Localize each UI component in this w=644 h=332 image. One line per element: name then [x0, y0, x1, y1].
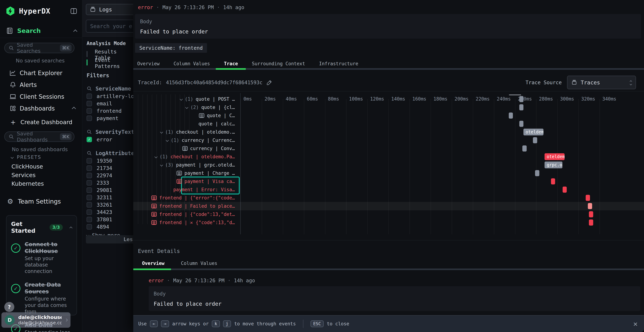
- span-bar[interactable]: [562, 186, 567, 193]
- span-tree-cell[interactable]: (1)quote | POST …: [133, 95, 235, 103]
- trace-span-row[interactable]: frontend | ✕ {"code":13,"d…: [133, 218, 644, 227]
- span-bar[interactable]: [519, 121, 524, 127]
- trace-span-row[interactable]: frontend | {"error":{"code…: [133, 194, 644, 202]
- filter-checkbox[interactable]: [86, 188, 92, 193]
- span-bar[interactable]: [551, 178, 555, 184]
- sidebar-item-client-sessions[interactable]: Client Sessions: [0, 92, 82, 101]
- trace-span-row[interactable]: (1)currency | Currenc…: [133, 136, 644, 144]
- span-tree-cell[interactable]: (1)checkout | oteldemo.Pa…: [133, 152, 235, 161]
- trace-span-row[interactable]: currency | Conv…: [133, 144, 644, 152]
- span-tree-cell[interactable]: quote | C…: [133, 112, 235, 120]
- span-tree-cell[interactable]: frontend | {"code":13,"det…: [133, 210, 235, 218]
- span-tree-cell[interactable]: frontend | Failed to place…: [133, 202, 235, 210]
- ed-tab-column-values[interactable]: Column Values: [181, 260, 217, 267]
- chevron-down-icon[interactable]: [160, 130, 163, 134]
- chevron-down-icon[interactable]: [180, 98, 183, 101]
- filter-item[interactable]: 33261: [86, 201, 133, 208]
- pencil-icon[interactable]: [266, 80, 272, 86]
- filter-checkbox[interactable]: [86, 195, 92, 200]
- span-tree-cell[interactable]: (1)currency | Currenc…: [133, 136, 235, 144]
- chevron-down-icon[interactable]: [185, 106, 188, 109]
- span-bar[interactable]: [535, 170, 539, 176]
- get-started-item[interactable]: ✓ Create Data Sources Configure where yo…: [11, 282, 72, 315]
- trace-source-select[interactable]: Traces: [567, 76, 636, 89]
- filter-item[interactable]: artillery-loa: [86, 92, 133, 100]
- sidebar-item-kubernetes[interactable]: Kubernetes: [12, 180, 44, 187]
- trace-span-row[interactable]: payment | Charge …: [133, 169, 644, 177]
- close-icon[interactable]: ✕: [633, 319, 638, 329]
- search-icon[interactable]: [86, 129, 92, 134]
- help-button[interactable]: ?: [4, 302, 14, 312]
- trace-span-row[interactable]: frontend | Failed to place…: [133, 202, 644, 210]
- filter-checkbox[interactable]: [86, 210, 92, 215]
- tab-trace[interactable]: Trace: [224, 60, 238, 67]
- trace-span-row[interactable]: frontend | {"code":13,"det…: [133, 210, 644, 218]
- span-bar[interactable]: [519, 96, 524, 102]
- filter-checkbox[interactable]: ✓: [86, 137, 92, 142]
- span-bar[interactable]: [533, 137, 537, 143]
- span-bar[interactable]: [589, 211, 593, 217]
- tab-infrastructure[interactable]: Infrastructure: [319, 60, 358, 67]
- chevron-down-icon[interactable]: [160, 164, 163, 166]
- chevron-down-icon[interactable]: [166, 139, 169, 142]
- tab-surrounding-context[interactable]: Surrounding Context: [252, 60, 305, 67]
- collapse-sidebar-icon[interactable]: [70, 7, 78, 15]
- filter-item[interactable]: 29081: [86, 186, 133, 194]
- filter-item[interactable]: 22974: [86, 172, 133, 179]
- span-bar[interactable]: [586, 195, 590, 201]
- span-tree-cell[interactable]: quote | calc…: [133, 120, 235, 128]
- trace-span-row[interactable]: (3)payment | grpc.oteld…grpc.o: [133, 161, 644, 169]
- sidebar-item-clickhouse[interactable]: ClickHouse: [12, 163, 43, 170]
- filter-item[interactable]: 37801: [86, 216, 133, 223]
- span-tree-cell[interactable]: payment | Charge …: [133, 169, 235, 177]
- tab-column-values[interactable]: Column Values: [174, 60, 210, 67]
- event-search-input[interactable]: Search your e: [86, 20, 133, 32]
- analysis-mode-event-patterns[interactable]: Event Patterns: [86, 59, 133, 67]
- sidebar-item-search[interactable]: Search: [6, 27, 77, 34]
- sidebar-item-dashboards[interactable]: Dashboards: [0, 104, 82, 113]
- span-tree-cell[interactable]: (3)payment | grpc.oteld…: [133, 161, 235, 169]
- sidebar-item-chart-explorer[interactable]: Chart Explorer: [0, 68, 82, 78]
- span-bar[interactable]: [519, 104, 524, 110]
- filter-checkbox[interactable]: [86, 101, 92, 106]
- span-bar[interactable]: [588, 203, 592, 209]
- filter-checkbox[interactable]: [86, 224, 92, 230]
- filter-item[interactable]: 34423: [86, 208, 133, 216]
- chevron-up-icon[interactable]: [70, 227, 72, 230]
- trace-span-row[interactable]: payment | Visa ca…: [133, 177, 644, 186]
- span-tree-cell[interactable]: frontend | ✕ {"code":13,"d…: [133, 218, 235, 227]
- trace-span-row[interactable]: (2)quote | {cl…: [133, 103, 644, 112]
- span-bar[interactable]: [509, 112, 513, 118]
- filter-checkbox[interactable]: [86, 180, 92, 186]
- servicename-chip[interactable]: ServiceName: frontend: [135, 43, 207, 53]
- span-tree-cell[interactable]: (2)quote | {cl…: [133, 103, 235, 112]
- span-tree-cell[interactable]: currency | Conv…: [133, 144, 235, 152]
- chevron-up-icon[interactable]: [73, 30, 78, 34]
- span-tree-cell[interactable]: (1)checkout | oteldemo.…: [133, 128, 235, 136]
- trace-span-row[interactable]: quote | calc…: [133, 120, 644, 128]
- create-dashboard-button[interactable]: + Create Dashboard: [10, 118, 72, 126]
- span-bar-labeled[interactable]: oteldem: [544, 153, 564, 160]
- less-filters-button[interactable]: Less fil: [86, 235, 133, 244]
- user-menu[interactable]: D dale@clickhouse.com dale@clickhouse.co…: [2, 312, 70, 328]
- sidebar-item-team-settings[interactable]: ⚙ Team Settings: [7, 198, 61, 205]
- filter-item[interactable]: ✓error: [86, 136, 133, 143]
- filter-item[interactable]: 21734: [86, 164, 133, 172]
- filter-item[interactable]: 2333: [86, 179, 133, 186]
- tab-overview[interactable]: Overview: [137, 60, 160, 67]
- filter-item[interactable]: payment: [86, 114, 133, 122]
- filter-checkbox[interactable]: [86, 158, 92, 164]
- span-tree-cell[interactable]: frontend | {"error":{"code…: [133, 194, 235, 202]
- trace-span-row[interactable]: (1)quote | POST …: [133, 95, 644, 103]
- trace-span-row[interactable]: quote | C…: [133, 112, 644, 120]
- filter-checkbox[interactable]: [86, 173, 92, 178]
- filter-item[interactable]: 32311: [86, 194, 133, 201]
- filter-checkbox[interactable]: [86, 202, 92, 208]
- filter-item[interactable]: 4894: [86, 223, 133, 230]
- get-started-item[interactable]: ✓ Connect to ClickHouse Set up your data…: [11, 241, 72, 274]
- span-bar-labeled[interactable]: oteldem: [524, 128, 544, 136]
- span-bar[interactable]: [522, 146, 527, 152]
- filter-item[interactable]: email: [86, 100, 133, 107]
- search-icon[interactable]: [86, 86, 92, 91]
- span-bar-labeled[interactable]: grpc.o: [544, 162, 562, 168]
